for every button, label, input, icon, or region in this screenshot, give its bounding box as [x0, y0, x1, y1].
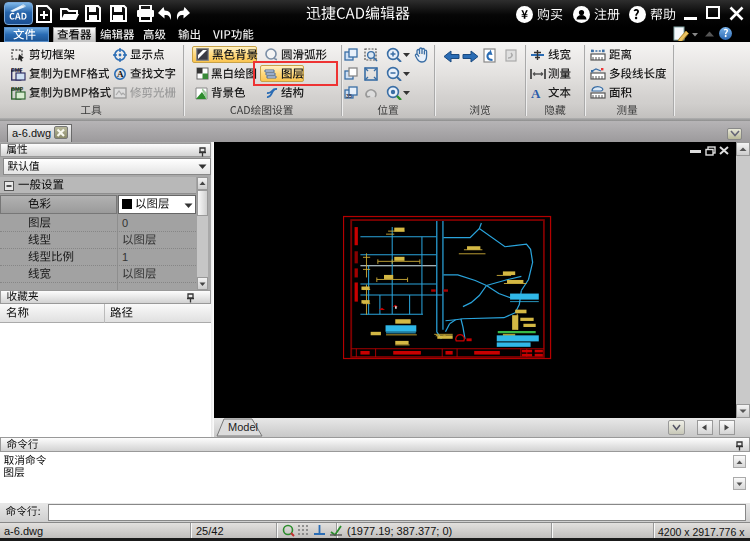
svg-text:EMF: EMF [11, 67, 23, 73]
svg-text:BMP: BMP [11, 86, 24, 92]
svg-text:A: A [531, 86, 541, 99]
svg-text:35: 35 [346, 93, 352, 99]
svg-text:A: A [117, 69, 124, 79]
